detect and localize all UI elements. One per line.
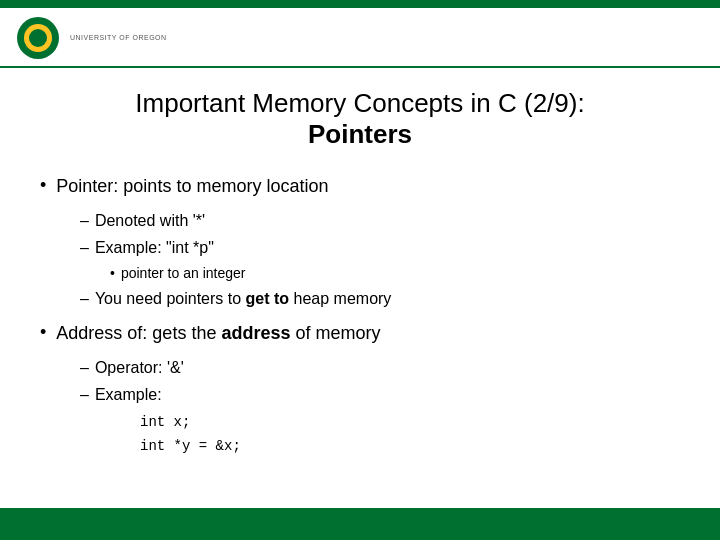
bullet-address-text: Address of: gets the address of memory <box>56 319 380 348</box>
content-area: • Pointer: points to memory location – D… <box>40 172 680 458</box>
sub-item-example-addr: – Example: <box>80 383 680 407</box>
heap-text-bold: get to <box>246 290 290 307</box>
sub-item-example-int-text: Example: "int *p" <box>95 236 214 260</box>
sub-item-denoted: – Denoted with '*' <box>80 209 680 233</box>
sub-sub-item-integer-text: pointer to an integer <box>121 263 246 284</box>
main-content: Important Memory Concepts in C (2/9): Po… <box>0 68 720 483</box>
sub-sub-list: • pointer to an integer <box>110 263 680 284</box>
code-line-2: int *y = &x; <box>140 435 680 459</box>
title-line2: Pointers <box>308 119 412 149</box>
sub-item-operator-text: Operator: '&' <box>95 356 184 380</box>
code-block: int x; int *y = &x; <box>140 411 680 459</box>
address-text-normal: Address of: gets the <box>56 323 221 343</box>
bullet-pointer: • Pointer: points to memory location <box>40 172 680 201</box>
bullet-dot-1: • <box>40 172 46 199</box>
subsub-dot-1: • <box>110 263 115 284</box>
sub-list-pointer: – Denoted with '*' – Example: "int *p" •… <box>80 209 680 311</box>
sub-sub-item-integer: • pointer to an integer <box>110 263 680 284</box>
dash-3: – <box>80 287 89 311</box>
dash-5: – <box>80 383 89 407</box>
header: UNIVERSITY OF OREGON <box>0 8 720 68</box>
slide-title: Important Memory Concepts in C (2/9): Po… <box>40 88 680 150</box>
heap-text-normal2: heap memory <box>289 290 391 307</box>
bullet-address: • Address of: gets the address of memory <box>40 319 680 348</box>
address-text-normal2: of memory <box>290 323 380 343</box>
top-bar <box>0 0 720 8</box>
sub-list-address: – Operator: '&' – Example: int x; int *y… <box>80 356 680 459</box>
dash-4: – <box>80 356 89 380</box>
code-line-1: int x; <box>140 411 680 435</box>
university-text: UNIVERSITY OF OREGON <box>70 33 167 42</box>
address-text-bold: address <box>221 323 290 343</box>
sub-item-example-addr-text: Example: <box>95 383 162 407</box>
dash-1: – <box>80 209 89 233</box>
oregon-logo <box>16 16 60 60</box>
bottom-bar <box>0 508 720 540</box>
bullet-dot-2: • <box>40 319 46 346</box>
bullet-pointer-text: Pointer: points to memory location <box>56 172 328 201</box>
sub-item-heap-text: You need pointers to get to heap memory <box>95 287 391 311</box>
dash-2: – <box>80 236 89 260</box>
sub-item-operator: – Operator: '&' <box>80 356 680 380</box>
title-line1: Important Memory Concepts in C (2/9): <box>135 88 584 118</box>
sub-item-example-int: – Example: "int *p" <box>80 236 680 260</box>
sub-item-heap: – You need pointers to get to heap memor… <box>80 287 680 311</box>
university-name: UNIVERSITY OF OREGON <box>70 33 167 42</box>
logo-area: UNIVERSITY OF OREGON <box>16 16 167 60</box>
heap-text-normal: You need pointers to <box>95 290 246 307</box>
svg-point-2 <box>29 29 47 47</box>
slide-title-heading: Important Memory Concepts in C (2/9): Po… <box>40 88 680 150</box>
sub-item-denoted-text: Denoted with '*' <box>95 209 205 233</box>
